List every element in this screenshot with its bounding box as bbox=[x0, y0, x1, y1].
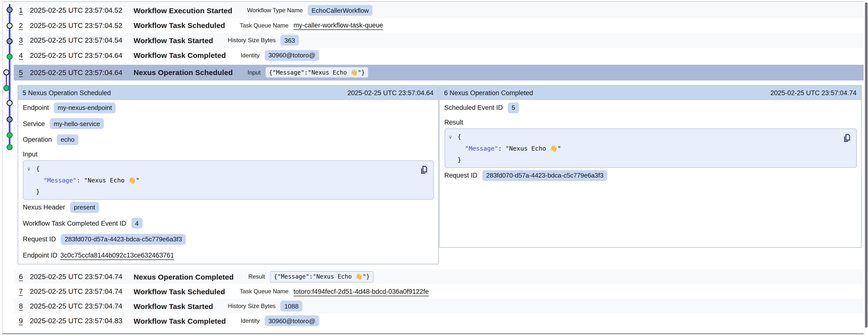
event-number-link[interactable]: 6 bbox=[19, 273, 30, 281]
event-number-link[interactable]: 3 bbox=[19, 36, 30, 45]
json-close-brace: } bbox=[36, 188, 40, 195]
event-row-4[interactable]: 42025-02-25 UTC 23:57:04.64Workflow Task… bbox=[14, 48, 863, 63]
top-divider bbox=[2, 1, 864, 2]
event-detail-badge: 363 bbox=[281, 35, 299, 46]
event-name: Workflow Task Scheduled bbox=[133, 21, 225, 30]
field-value-badge: my-hello-service bbox=[50, 118, 104, 129]
event-detail-label: Task Queue Name bbox=[240, 22, 289, 29]
scrollbar-track bbox=[864, 0, 865, 335]
event-timeline-graph bbox=[0, 0, 15, 157]
event-name: Workflow Task Scheduled bbox=[133, 287, 225, 296]
json-content: { "Message": "Nexus Echo 👋"} bbox=[36, 163, 427, 197]
event-row-9[interactable]: 92025-02-25 UTC 23:57:04.83Workflow Task… bbox=[14, 313, 863, 328]
timeline-dot-event-1[interactable] bbox=[7, 7, 12, 12]
detail-panel-header: 6 Nexus Operation Completed 2025-02-25 U… bbox=[440, 86, 861, 100]
event-number-link[interactable]: 4 bbox=[19, 52, 30, 59]
timeline-dot-event-10[interactable] bbox=[7, 144, 12, 149]
event-name: Nexus Operation Completed bbox=[133, 273, 234, 281]
timeline-dot-event-2[interactable] bbox=[7, 23, 12, 28]
field-label: Request ID bbox=[444, 172, 477, 179]
event-row-7[interactable]: 72025-02-25 UTC 23:57:04.74Workflow Task… bbox=[14, 284, 863, 299]
field-label: Endpoint ID bbox=[23, 252, 57, 259]
detail-panel-timestamp: 2025-02-25 UTC 23:57:04.64 bbox=[347, 89, 434, 96]
detail-panel-title: 5 Nexus Operation Scheduled bbox=[23, 89, 111, 96]
detail-panel-nexus-operation-completed: 6 Nexus Operation Completed 2025-02-25 U… bbox=[439, 85, 861, 248]
event-timestamp: 2025-02-25 UTC 23:57:04.74 bbox=[30, 302, 133, 310]
scrollbar-thumb[interactable] bbox=[865, 2, 867, 328]
event-detail-link[interactable]: my-caller-workflow-task-queue bbox=[293, 22, 383, 29]
event-detail-label: History Size Bytes bbox=[228, 303, 276, 309]
json-viewer: ∨{ "Message": "Nexus Echo 👋"} bbox=[444, 129, 857, 167]
timeline-dot-event-4[interactable] bbox=[7, 54, 12, 59]
event-timestamp: 2025-02-25 UTC 23:57:04.54 bbox=[30, 36, 133, 45]
field-label: Service bbox=[23, 120, 45, 128]
timeline-dot-event-3[interactable] bbox=[7, 38, 12, 44]
timeline-dot-event-5[interactable] bbox=[4, 69, 9, 75]
event-detail-label: Input bbox=[248, 69, 260, 76]
timeline-dot-event-8[interactable] bbox=[7, 117, 12, 122]
event-name: Workflow Task Completed bbox=[133, 316, 226, 325]
event-number-link[interactable]: 2 bbox=[19, 22, 30, 29]
event-timestamp: 2025-02-25 UTC 23:57:04.64 bbox=[30, 69, 133, 77]
timeline-dot-event-6[interactable] bbox=[4, 85, 9, 90]
json-key: "Message" bbox=[465, 144, 498, 152]
next-row-divider bbox=[2, 333, 864, 334]
event-detail-badge: EchoCallerWorkflow bbox=[308, 5, 373, 16]
event-timestamp: 2025-02-25 UTC 23:57:04.83 bbox=[30, 317, 133, 325]
event-detail-label: History Size Bytes bbox=[228, 37, 276, 44]
event-detail-badge: 30960@totoro@ bbox=[265, 315, 319, 326]
event-row-5[interactable]: 52025-02-25 UTC 23:57:04.64Nexus Operati… bbox=[14, 64, 863, 80]
field-label: Input bbox=[23, 150, 37, 158]
event-row-6[interactable]: 62025-02-25 UTC 23:57:04.74Nexus Operati… bbox=[14, 269, 863, 284]
event-number-link[interactable]: 7 bbox=[19, 287, 30, 295]
timeline-dot-event-9[interactable] bbox=[7, 133, 12, 138]
event-timestamp: 2025-02-25 UTC 23:57:04.64 bbox=[30, 52, 133, 59]
event-timestamp: 2025-02-25 UTC 23:57:04.52 bbox=[30, 7, 133, 15]
event-number-link[interactable]: 1 bbox=[19, 7, 30, 15]
field-label: Result bbox=[444, 118, 463, 126]
event-name: Workflow Task Started bbox=[133, 36, 213, 45]
workflow-history-view: 12025-02-25 UTC 23:57:04.52Workflow Exec… bbox=[0, 0, 868, 335]
field-value-badge: 4 bbox=[131, 218, 143, 229]
detail-panel-nexus-operation-scheduled: 5 Nexus Operation Scheduled 2025-02-25 U… bbox=[18, 85, 438, 264]
copy-button[interactable] bbox=[419, 165, 428, 175]
event-number-link[interactable]: 5 bbox=[19, 69, 30, 77]
copy-icon bbox=[419, 165, 428, 175]
field-value-badge: 283fd070-d57a-4423-bdca-c5c779e6a3f3 bbox=[61, 234, 186, 245]
event-timestamp: 2025-02-25 UTC 23:57:04.52 bbox=[30, 22, 133, 29]
field-value-badge: echo bbox=[57, 134, 79, 145]
event-detail-badge: 1088 bbox=[281, 301, 303, 311]
field-label: Scheduled Event ID bbox=[444, 104, 503, 112]
collapse-chevron-icon[interactable]: ∨ bbox=[27, 163, 30, 175]
event-detail-label: Identity bbox=[241, 52, 259, 59]
event-timestamp: 2025-02-25 UTC 23:57:04.74 bbox=[30, 273, 133, 281]
event-name: Workflow Task Completed bbox=[133, 51, 226, 60]
field-label: Operation bbox=[23, 136, 52, 143]
event-row-8[interactable]: 82025-02-25 UTC 23:57:04.74Workflow Task… bbox=[14, 299, 863, 313]
event-name: Nexus Operation Scheduled bbox=[133, 68, 233, 77]
collapse-chevron-icon[interactable]: ∨ bbox=[449, 132, 452, 143]
event-row-1[interactable]: 12025-02-25 UTC 23:57:04.52Workflow Exec… bbox=[14, 3, 863, 18]
event-rows-top: 12025-02-25 UTC 23:57:04.52Workflow Exec… bbox=[14, 3, 863, 80]
detail-panel-title: 6 Nexus Operation Completed bbox=[444, 89, 533, 96]
json-value: : "Nexus Echo 👋" bbox=[77, 176, 140, 184]
event-name: Workflow Execution Started bbox=[133, 6, 232, 15]
event-row-2[interactable]: 22025-02-25 UTC 23:57:04.52Workflow Task… bbox=[14, 18, 863, 33]
event-number-link[interactable]: 9 bbox=[19, 317, 30, 325]
event-detail-badge: 30960@totoro@ bbox=[265, 50, 319, 61]
copy-button[interactable] bbox=[842, 133, 850, 143]
event-rows-bottom: 62025-02-25 UTC 23:57:04.74Nexus Operati… bbox=[14, 269, 863, 328]
event-detail-link[interactable]: totoro:f494fecf-2d51-4d48-bdcd-036a0f912… bbox=[293, 288, 429, 295]
event-row-3[interactable]: 32025-02-25 UTC 23:57:04.54Workflow Task… bbox=[14, 33, 863, 48]
field-value-badge: present bbox=[70, 202, 99, 213]
field-value-badge: 283fd070-d57a-4423-bdca-c5c779e6a3f3 bbox=[482, 170, 608, 181]
event-number-link[interactable]: 8 bbox=[19, 302, 30, 310]
event-detail-code-chip: {"Message":"Nexus Echo 👋"} bbox=[270, 271, 373, 282]
detail-panel-header: 5 Nexus Operation Scheduled 2025-02-25 U… bbox=[18, 86, 438, 100]
event-detail-code-chip: {"Message":"Nexus Echo 👋"} bbox=[266, 67, 368, 78]
event-detail-label: Result bbox=[248, 273, 265, 280]
event-detail-label: Task Queue Name bbox=[240, 288, 289, 295]
field-value-badge: my-nexus-endpoint bbox=[54, 103, 116, 113]
timeline-dot-event-7[interactable] bbox=[7, 100, 12, 106]
field-value-link[interactable]: 3c0c75ccfa8144b092c13ce632463761 bbox=[60, 252, 174, 259]
